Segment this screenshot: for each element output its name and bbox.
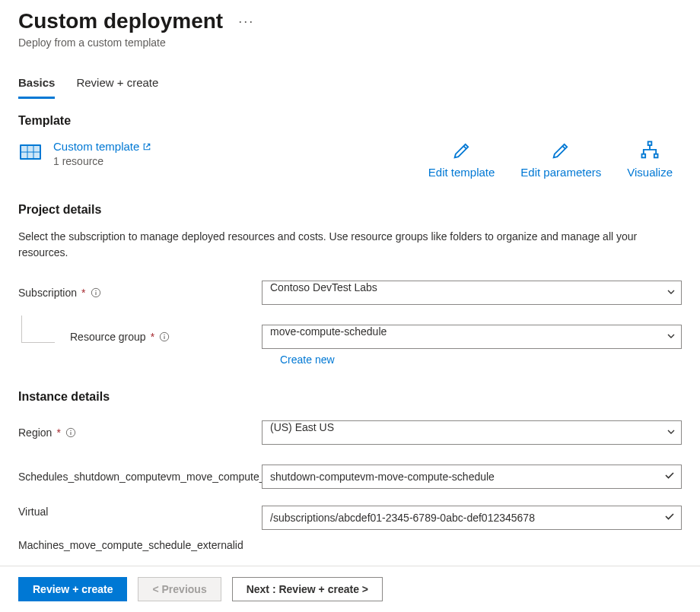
subscription-row: Subscription * Contoso DevTest Labs [18,277,682,308]
vm-externalid-input[interactable] [262,506,682,530]
svg-rect-10 [95,292,96,295]
schedule-name-input[interactable] [262,465,682,489]
svg-rect-6 [642,154,646,158]
visualize-button[interactable]: Visualize [627,140,673,179]
section-project-header: Project details [18,203,682,217]
edit-parameters-button[interactable]: Edit parameters [520,140,601,179]
svg-rect-16 [70,432,71,435]
edit-parameters-label: Edit parameters [520,166,601,179]
svg-point-15 [70,430,71,431]
template-row: Custom template 1 resource Edit template [18,140,682,179]
next-button[interactable]: Next : Review + create > [232,577,383,601]
create-new-link[interactable]: Create new [280,354,682,366]
custom-template-link[interactable]: Custom template [53,140,151,153]
page-title: Custom deployment [18,9,223,33]
region-label: Region * [18,426,262,439]
more-actions-button[interactable]: ··· [238,14,254,30]
template-actions: Edit template Edit parameters Visualize [428,140,682,179]
svg-rect-7 [654,154,658,158]
required-star: * [81,286,85,300]
schedule-name-label: Schedules_shutdown_computevm_move_comput… [18,470,262,484]
svg-rect-5 [648,141,652,145]
tabs: Basics Review + create [18,76,682,99]
info-icon[interactable] [159,331,170,342]
vm-externalid-label: Virtual [18,506,262,518]
section-template-header: Template [18,114,682,128]
resource-count: 1 resource [53,155,151,167]
pencil-icon [451,140,473,161]
deployment-page: Custom deployment ··· Deploy from a cust… [0,0,700,551]
region-row: Region * (US) East US [18,417,682,448]
resource-group-label: Resource group * [70,331,262,343]
previous-button: < Previous [138,577,221,601]
section-instance-header: Instance details [18,390,682,404]
region-select[interactable]: (US) East US [262,420,682,445]
required-star: * [151,331,154,343]
subscription-select[interactable]: Contoso DevTest Labs [262,281,682,305]
edit-template-button[interactable]: Edit template [428,140,495,179]
vm-externalid-row: Virtual [18,506,682,536]
pencil-icon [550,140,571,161]
template-summary: Custom template 1 resource [18,140,151,167]
info-icon[interactable] [65,427,76,438]
svg-rect-13 [164,336,165,339]
edit-template-label: Edit template [428,166,495,179]
tree-connector [21,316,55,343]
external-link-icon [142,142,151,151]
tab-review-create[interactable]: Review + create [76,76,158,99]
page-subtitle: Deploy from a custom template [18,36,682,49]
svg-point-9 [95,290,96,291]
svg-point-12 [164,335,164,335]
hierarchy-icon [639,140,660,161]
info-icon[interactable] [91,287,101,298]
subscription-label: Subscription * [18,286,262,300]
required-star: * [56,426,60,439]
resource-group-row: Resource group * move-compute-schedule [18,325,682,349]
visualize-label: Visualize [627,166,673,179]
project-description: Select the subscription to manage deploy… [18,229,680,261]
footer: Review + create < Previous Next : Review… [0,566,700,612]
resource-group-select[interactable]: move-compute-schedule [262,325,682,349]
review-create-button[interactable]: Review + create [18,577,127,601]
tab-basics[interactable]: Basics [18,76,55,99]
schedule-name-row: Schedules_shutdown_computevm_move_comput… [18,461,682,492]
title-row: Custom deployment ··· [18,0,682,33]
template-icon [18,140,43,164]
custom-template-link-label: Custom template [53,140,139,153]
vm-externalid-label-cont: Machines_move_compute_schedule_externali… [18,539,682,551]
